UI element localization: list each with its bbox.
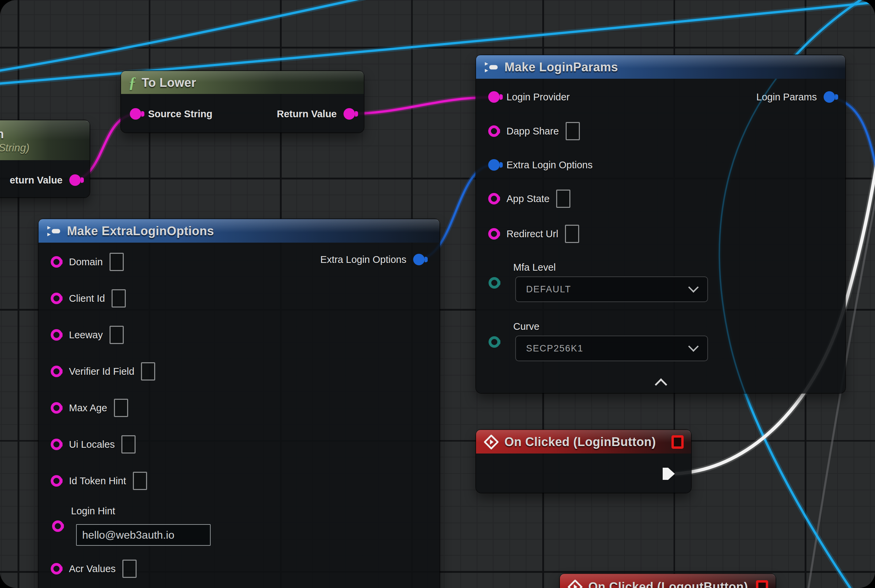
curve-label: Curve (513, 321, 539, 332)
client-id-pin[interactable] (51, 292, 62, 304)
to-lower-title: To Lower (142, 76, 196, 90)
login-params-out-pin[interactable] (824, 91, 835, 103)
mfa-level-pin[interactable] (489, 277, 500, 289)
make-struct-icon (46, 225, 62, 238)
extra-login-options-out-pin[interactable] (413, 254, 425, 265)
node-on-clicked-logout-button[interactable]: On Clicked (LogoutButton) (560, 574, 776, 588)
ui-locales-checkbox[interactable] (121, 435, 135, 453)
ui-locales-pin[interactable] (51, 439, 62, 450)
function-icon: ƒ (128, 75, 136, 91)
verifier-id-field-pin[interactable] (51, 366, 62, 377)
client-id-label: Client Id (69, 293, 105, 304)
login-hint-label: Login Hint (71, 506, 115, 517)
delegate-pin-icon[interactable] (672, 435, 684, 449)
make-extra-login-options-title: Make ExtraLoginOptions (67, 224, 214, 238)
domain-checkbox[interactable] (110, 253, 124, 271)
login-params-out-label: Login Params (756, 92, 817, 103)
blueprint-canvas[interactable]: tion ox (String) eturn Value ƒ To Lower … (0, 0, 875, 588)
id-token-hint-checkbox[interactable] (133, 472, 147, 490)
extra-login-options-out-label: Extra Login Options (320, 254, 406, 265)
dapp-share-checkbox[interactable] (566, 122, 580, 140)
to-lower-header[interactable]: ƒ To Lower (121, 71, 364, 94)
redirect-url-label: Redirect Url (507, 228, 558, 240)
make-login-params-title: Make LoginParams (504, 60, 618, 74)
return-value-pin-label: eturn Value (10, 175, 63, 186)
node-on-clicked-login-button[interactable]: On Clicked (LoginButton) (476, 430, 691, 493)
app-state-label: App State (507, 193, 549, 204)
on-clicked-login-header[interactable]: On Clicked (LoginButton) (476, 430, 691, 453)
return-value-pin[interactable] (69, 174, 81, 186)
wire-tolower-to-provider (347, 98, 491, 114)
chevron-down-icon (688, 282, 699, 292)
mfa-level-dropdown[interactable]: DEFAULT (515, 276, 708, 302)
login-hint-input[interactable] (76, 524, 210, 546)
curve-pin[interactable] (489, 336, 500, 348)
make-extra-login-options-header[interactable]: Make ExtraLoginOptions (39, 219, 439, 243)
curve-dropdown[interactable]: SECP256K1 (515, 336, 708, 361)
verifier-id-field-checkbox[interactable] (141, 362, 155, 381)
make-struct-icon (484, 61, 499, 74)
chevron-down-icon (688, 341, 699, 352)
source-string-pin[interactable] (130, 108, 141, 120)
domain-label: Domain (69, 256, 103, 268)
on-clicked-logout-title: On Clicked (LogoutButton) (588, 580, 748, 588)
leeway-checkbox[interactable] (110, 326, 124, 344)
node-make-extra-login-options[interactable]: Make ExtraLoginOptions Extra Login Optio… (39, 219, 439, 588)
node-to-lower[interactable]: ƒ To Lower Source String Return Value (121, 71, 364, 132)
on-clicked-logout-header[interactable]: On Clicked (LogoutButton) (560, 574, 776, 588)
leeway-pin[interactable] (51, 329, 62, 340)
curve-value: SECP256K1 (526, 344, 583, 354)
mfa-level-label: Mfa Level (513, 262, 556, 273)
max-age-pin[interactable] (51, 402, 62, 414)
domain-pin[interactable] (51, 256, 62, 268)
extra-login-options-in-label: Extra Login Options (507, 159, 593, 171)
on-clicked-login-title: On Clicked (LoginButton) (504, 435, 656, 449)
app-state-checkbox[interactable] (556, 190, 570, 208)
login-hint-pin[interactable] (52, 520, 63, 532)
dapp-share-pin[interactable] (488, 125, 500, 137)
id-token-hint-pin[interactable] (51, 475, 62, 487)
make-login-params-header[interactable]: Make LoginParams (476, 55, 845, 79)
node-textbox-header[interactable]: tion ox (String) (0, 120, 90, 160)
acr-values-checkbox[interactable] (122, 560, 137, 578)
acr-values-pin[interactable] (51, 563, 62, 574)
screenshot-frame: tion ox (String) eturn Value ƒ To Lower … (0, 0, 875, 588)
max-age-label: Max Age (69, 402, 107, 414)
acr-values-label: Acr Values (69, 563, 116, 574)
event-diamond-icon (484, 434, 499, 450)
to-lower-return-pin[interactable] (343, 108, 355, 120)
login-provider-label: Login Provider (507, 92, 570, 103)
exec-output-pin[interactable] (662, 467, 676, 480)
extra-login-options-in-pin[interactable] (488, 159, 500, 171)
ui-locales-label: Ui Locales (69, 439, 114, 450)
max-age-checkbox[interactable] (114, 399, 128, 417)
source-string-label: Source String (148, 108, 212, 120)
redirect-url-pin[interactable] (488, 228, 500, 240)
login-provider-pin[interactable] (488, 91, 500, 103)
event-diamond-icon (567, 579, 583, 588)
node-textbox-partial[interactable]: tion ox (String) eturn Value (0, 120, 90, 197)
to-lower-return-label: Return Value (277, 108, 337, 120)
verifier-id-field-label: Verifier Id Field (69, 366, 134, 377)
collapse-node-chevron-icon[interactable] (655, 378, 668, 391)
app-state-pin[interactable] (488, 193, 500, 204)
leeway-label: Leeway (69, 330, 103, 340)
delegate-pin-icon[interactable] (756, 580, 768, 588)
client-id-checkbox[interactable] (111, 289, 126, 308)
dapp-share-label: Dapp Share (507, 126, 559, 137)
node-textbox-subtitle: ox (String) (0, 142, 29, 154)
wire-cyan-topleft (0, 0, 369, 71)
node-make-login-params[interactable]: Make LoginParams Login Provider Login Pa… (476, 55, 845, 393)
node-textbox-title: tion (0, 127, 4, 141)
id-token-hint-label: Id Token Hint (69, 476, 126, 487)
redirect-url-checkbox[interactable] (565, 225, 579, 243)
mfa-level-value: DEFAULT (526, 284, 571, 295)
